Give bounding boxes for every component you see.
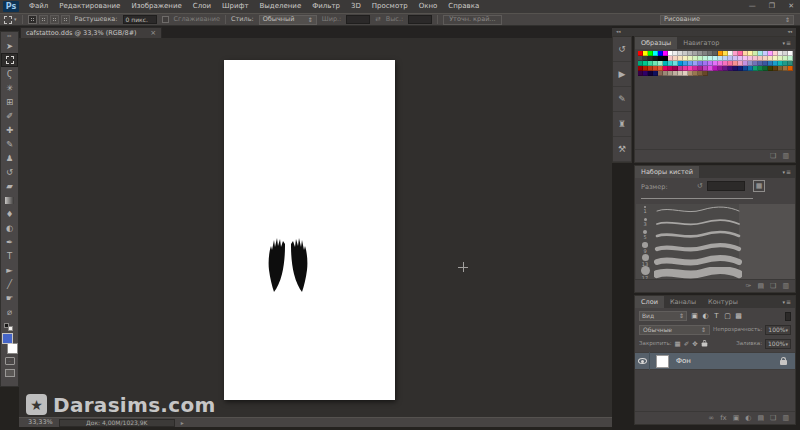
brush-preset-row[interactable]: 5 <box>636 229 795 242</box>
link-layers-icon[interactable]: ∞ <box>708 415 714 422</box>
delete-swatch-icon[interactable]: ▥ <box>782 153 789 160</box>
rectangular-marquee-tool[interactable] <box>1 53 18 67</box>
filter-pixel-layers-icon[interactable]: ▣ <box>690 313 699 320</box>
tab-brush-presets[interactable]: Наборы кистей <box>635 166 699 178</box>
lock-transparency-icon[interactable]: ▦ <box>675 341 681 348</box>
subtract-from-selection-mode[interactable] <box>50 15 59 24</box>
height-input[interactable] <box>408 15 432 24</box>
layer-mask-icon[interactable]: ▣ <box>733 415 740 422</box>
restore-button[interactable]: ❐ <box>769 3 775 10</box>
layer-name[interactable]: Фон <box>676 358 691 365</box>
layer-group-icon[interactable]: ▤ <box>757 415 764 422</box>
toolbar-collapse-icon[interactable]: ▸▸ <box>7 32 11 39</box>
collapse-panels-icon[interactable]: ◂◂ <box>787 30 792 35</box>
menu-item-Редактирование[interactable]: Редактирование <box>58 2 121 11</box>
opacity-input[interactable]: 100% ▾ <box>765 325 791 335</box>
status-options-arrow-icon[interactable]: ▸ <box>181 420 184 426</box>
brush-tool[interactable]: ✎ <box>1 137 18 151</box>
brush-size-slider[interactable] <box>641 198 753 199</box>
document-canvas[interactable] <box>224 60 395 400</box>
menu-item-Просмотр[interactable]: Просмотр <box>371 2 409 11</box>
width-input[interactable] <box>346 15 370 24</box>
tab-close-icon[interactable]: × <box>150 30 156 37</box>
eraser-tool[interactable]: ▰ <box>1 179 18 193</box>
filter-shape-layers-icon[interactable]: ▢ <box>723 313 732 320</box>
collapse-panels-icon[interactable]: ◂◂ <box>616 30 621 35</box>
document-tab[interactable]: cafstattoo.dds @ 33,3% (RGB/8#) × <box>20 27 162 38</box>
delete-brush-icon[interactable]: ▥ <box>782 283 789 290</box>
tool-presets-panel-icon[interactable]: ⚒ <box>613 137 631 162</box>
gradient-tool[interactable] <box>1 193 18 207</box>
clone-stamp-tool[interactable]: ♟ <box>1 151 18 165</box>
line-tool[interactable]: ╱ <box>1 277 18 291</box>
menu-item-Фильтр[interactable]: Фильтр <box>311 2 341 11</box>
zoom-level[interactable]: 33,33% <box>28 419 53 426</box>
brush-stroke-icon[interactable]: ✑ <box>746 283 752 290</box>
move-tool[interactable]: ➤ <box>1 39 18 53</box>
dodge-tool[interactable]: ◐ <box>1 221 18 235</box>
panel-menu-icon[interactable]: ▾≡ <box>782 166 795 178</box>
fill-input[interactable]: 100% ▾ <box>765 339 791 349</box>
brush-size-input[interactable] <box>707 181 745 191</box>
filter-type-layers-icon[interactable]: T <box>712 313 721 320</box>
menu-item-Шрифт[interactable]: Шрифт <box>221 2 250 11</box>
tool-preset-picker[interactable]: ▾ <box>4 16 17 24</box>
screen-mode-icon[interactable] <box>5 369 15 377</box>
brush-panel-icon[interactable]: ✎ <box>613 87 631 112</box>
new-selection-mode[interactable] <box>28 15 37 24</box>
antialias-checkbox[interactable] <box>162 16 169 23</box>
brush-preset-row[interactable]: 3 <box>636 217 795 230</box>
refine-edge-button[interactable]: Уточн. край... <box>443 15 501 25</box>
pen-tool[interactable]: ✒ <box>1 235 18 249</box>
lasso-tool[interactable]: Ϛ <box>1 67 18 81</box>
tab-Контуры[interactable]: Контуры <box>702 296 744 308</box>
lock-move-icon[interactable]: ✥ <box>692 341 697 348</box>
close-button[interactable]: ✕ <box>788 3 794 10</box>
intersect-selection-mode[interactable] <box>61 15 70 24</box>
menu-item-3D[interactable]: 3D <box>350 2 362 11</box>
delete-layer-icon[interactable]: ▥ <box>782 415 789 422</box>
brush-preset-row[interactable]: 1 <box>636 204 795 217</box>
history-panel-icon[interactable]: ↺ <box>613 37 631 62</box>
add-to-selection-mode[interactable] <box>39 15 48 24</box>
tab-Каналы[interactable]: Каналы <box>664 296 702 308</box>
clone-source-panel-icon[interactable]: ♜ <box>613 112 631 137</box>
crop-tool[interactable]: ⊞ <box>1 95 18 109</box>
layer-visibility-cell[interactable] <box>635 352 650 370</box>
layer-thumbnail[interactable] <box>656 355 669 368</box>
menu-item-Выделение[interactable]: Выделение <box>259 2 303 11</box>
type-tool[interactable]: T <box>1 249 18 263</box>
lock-all-icon[interactable] <box>701 342 707 346</box>
lock-paint-icon[interactable]: ✐ <box>684 341 689 348</box>
brush-preset-row[interactable]: 13 <box>636 254 795 267</box>
healing-brush-tool[interactable]: ✚ <box>1 123 18 137</box>
background-color-swatch[interactable] <box>7 343 18 354</box>
layer-row-background[interactable]: Фон <box>635 352 795 370</box>
layer-filter-select[interactable]: Вид ⇕ <box>639 311 687 321</box>
swatch[interactable] <box>788 66 793 71</box>
brush-preset-row[interactable]: 9 <box>636 242 795 255</box>
feather-input[interactable]: 0 пикс. <box>123 15 157 24</box>
filter-smart-objects-icon[interactable]: ▩ <box>734 313 743 320</box>
new-layer-icon[interactable]: ❏ <box>770 415 776 422</box>
tab-Слои[interactable]: Слои <box>635 296 664 308</box>
open-preset-manager-icon[interactable]: ▤ <box>757 283 764 290</box>
hand-tool[interactable]: ☛ <box>1 291 18 305</box>
filter-toggle-switch[interactable] <box>785 312 791 321</box>
layer-effects-icon[interactable]: fx <box>720 415 727 422</box>
panel-menu-icon[interactable]: ▾≡ <box>782 37 795 49</box>
quick-selection-tool[interactable]: ✳ <box>1 81 18 95</box>
blend-mode-select[interactable]: Обычные ⇕ <box>639 325 710 335</box>
minimize-button[interactable]: — <box>749 3 756 10</box>
brush-preset-row[interactable]: 17 <box>636 267 795 280</box>
blur-tool[interactable]: ♦ <box>1 207 18 221</box>
new-brush-icon[interactable]: ❏ <box>770 283 776 290</box>
actions-panel-icon[interactable]: ▶ <box>613 62 631 87</box>
filter-adjustment-layers-icon[interactable]: ◐ <box>701 313 710 320</box>
menu-item-Файл[interactable]: Файл <box>28 2 49 11</box>
path-selection-tool[interactable]: ► <box>1 263 18 277</box>
menu-item-Слои[interactable]: Слои <box>192 2 212 11</box>
brush-tip-icon[interactable]: ▦ <box>753 180 765 192</box>
menu-item-Справка[interactable]: Справка <box>447 2 480 11</box>
tab-Образцы[interactable]: Образцы <box>635 37 677 49</box>
